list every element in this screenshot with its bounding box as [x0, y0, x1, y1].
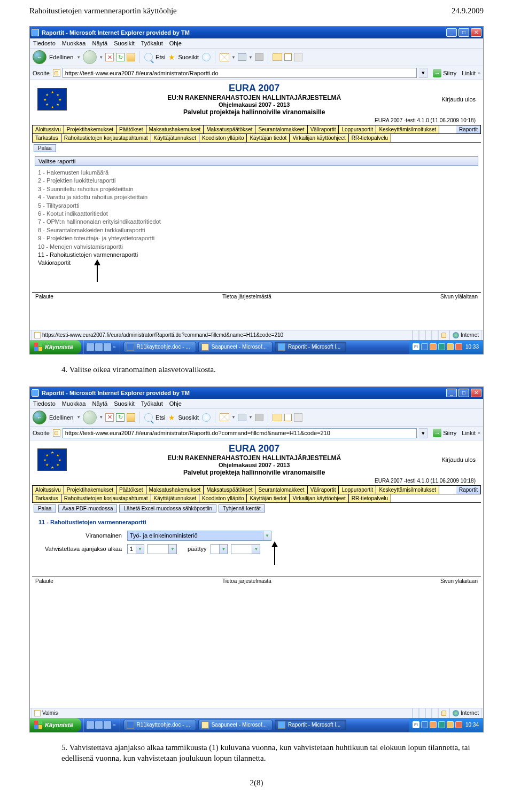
address-dropdown[interactable]: ▾ — [419, 68, 428, 78]
history-icon[interactable] — [202, 53, 211, 61]
tab[interactable]: Käyttäjän tiedot — [247, 134, 290, 142]
tab[interactable]: Seurantalomakkeet — [255, 125, 307, 133]
send-excel-button[interactable]: Lähetä Excel-muodossa sähköpostiin — [119, 504, 216, 513]
menu-item[interactable]: Suosikit — [114, 40, 135, 46]
list-item[interactable]: 8 - Seurantalomakkeiden tarkkailuraportt… — [38, 226, 478, 234]
tray-chevron-icon[interactable] — [421, 721, 428, 728]
footer-link[interactable]: Tietoa järjestelmästä — [222, 578, 271, 584]
tab[interactable]: Käyttäjätunnukset — [151, 134, 200, 142]
back-link[interactable]: Palaa — [34, 144, 56, 152]
address-input[interactable] — [63, 68, 417, 78]
taskbar-button-active[interactable]: Raportit - Microsoft I... — [275, 720, 346, 730]
favorites-icon[interactable]: ★ — [168, 414, 175, 421]
edit-icon[interactable] — [255, 414, 263, 421]
address-dropdown[interactable]: ▾ — [419, 428, 428, 438]
search-icon[interactable] — [144, 413, 153, 422]
tab[interactable]: Rahoitustietojen korjaustapahtumat — [61, 494, 151, 502]
forward-dropdown[interactable]: ▼ — [99, 415, 103, 420]
notes-icon[interactable] — [284, 53, 292, 61]
quicklaunch-icon[interactable] — [86, 343, 95, 351]
quicklaunch-icon[interactable] — [86, 721, 95, 729]
back-button[interactable]: ← — [33, 411, 46, 424]
links-label[interactable]: Linkit — [462, 70, 476, 76]
taskbar-button[interactable]: R11kayttoohje.doc - ... — [123, 720, 196, 730]
tray-icon[interactable] — [438, 343, 445, 350]
list-item[interactable]: 2 - Projektien luokitteluraportti — [38, 177, 478, 185]
back-dropdown[interactable]: ▼ — [76, 55, 81, 60]
taskbar-button[interactable]: Saapuneet - Microsof... — [198, 720, 273, 730]
mail-icon[interactable] — [220, 53, 229, 61]
list-item[interactable]: 7 - OPM:n hallinnonalan erityisindikaatt… — [38, 218, 478, 226]
tab[interactable]: Käyttäjätunnukset — [151, 494, 200, 502]
tab[interactable]: Rahoitustietojen korjaustapahtumat — [61, 134, 151, 142]
go-icon[interactable]: → — [433, 69, 441, 77]
open-pdf-button[interactable]: Avaa PDF-muodossa — [58, 504, 118, 513]
menu-item[interactable]: Ohje — [169, 40, 182, 46]
back-dropdown[interactable]: ▼ — [76, 415, 81, 420]
tab[interactable]: RR-tietopalvelu — [349, 494, 391, 502]
vakio-link[interactable]: Vakioraportit — [38, 259, 478, 267]
menu-item[interactable]: Näytä — [92, 400, 107, 407]
close-button[interactable]: ✕ — [471, 389, 481, 397]
forward-button[interactable]: → — [83, 50, 97, 64]
tab[interactable]: Keskeyttämisilmoitukset — [376, 486, 439, 494]
tab[interactable]: Maksatuspäätökset — [204, 125, 255, 133]
taskbar-button-active[interactable]: Raportit - Microsoft I... — [275, 342, 346, 352]
address-input[interactable] — [63, 428, 417, 438]
list-item[interactable]: 6 - Kootut indikaattoritiedot — [38, 210, 478, 218]
tab[interactable]: Virkailijan käyttöohjeet — [290, 494, 348, 502]
clear-fields-button[interactable]: Tyhjennä kentät — [219, 504, 265, 513]
search-label[interactable]: Etsi — [156, 414, 165, 421]
month-begin-select[interactable]: 1 ▼ — [127, 544, 144, 554]
menu-item[interactable]: Työkalut — [141, 40, 163, 46]
maximize-button[interactable]: □ — [458, 389, 469, 397]
tab[interactable]: Maksatuspäätökset — [204, 486, 255, 494]
folder-icon[interactable] — [273, 53, 282, 61]
favorites-icon[interactable]: ★ — [168, 53, 175, 61]
mail-dropdown[interactable]: ▼ — [231, 55, 236, 60]
tab[interactable]: Väliraportit — [308, 486, 339, 494]
print-icon[interactable] — [238, 53, 246, 61]
list-item-current[interactable]: 11 - Rahoitustietojen varmenneraportti — [38, 251, 478, 259]
search-icon[interactable] — [144, 53, 153, 61]
forward-dropdown[interactable]: ▼ — [99, 55, 103, 60]
year-begin-select[interactable]: ▼ — [147, 544, 177, 554]
notes-icon[interactable] — [284, 414, 292, 421]
list-item[interactable]: 4 - Varattu ja sidottu rahoitus projekte… — [38, 193, 478, 201]
tab[interactable]: Projektihakemukset — [64, 486, 116, 494]
tray-icon[interactable] — [447, 721, 454, 728]
print-dropdown[interactable]: ▼ — [248, 55, 253, 60]
menu-item[interactable]: Muokkaa — [62, 400, 86, 407]
mail-icon[interactable] — [220, 413, 229, 421]
list-item[interactable]: 9 - Projektien toteuttaja- ja yhteystiet… — [38, 234, 478, 242]
stop-icon[interactable]: ✕ — [105, 413, 114, 422]
favorites-label[interactable]: Suosikit — [178, 54, 199, 60]
tab[interactable]: Virkailijan käyttöohjeet — [290, 134, 348, 142]
close-button[interactable]: ✕ — [471, 28, 481, 37]
back-button[interactable]: ← — [33, 50, 46, 64]
print-dropdown[interactable]: ▼ — [248, 415, 253, 420]
tab-active[interactable]: Raportit — [456, 486, 481, 494]
tab[interactable]: Päätökset — [116, 125, 146, 133]
home-icon[interactable] — [127, 413, 135, 422]
tab[interactable]: Tarkastus — [32, 494, 61, 502]
tab[interactable]: Maksatushakemukset — [146, 125, 204, 133]
favorites-label[interactable]: Suosikit — [178, 414, 199, 421]
back-link[interactable]: Palaa — [34, 504, 56, 513]
taskbar-button[interactable]: R11kayttoohje.doc - ... — [123, 342, 196, 352]
tab[interactable]: Tarkastus — [32, 134, 61, 142]
clock[interactable]: 10:34 — [465, 722, 479, 728]
tab[interactable]: Loppuraportit — [339, 486, 376, 494]
menu-item[interactable]: Muokkaa — [62, 40, 86, 46]
tab[interactable]: Päätökset — [116, 486, 146, 494]
menu-item[interactable]: Tiedosto — [33, 400, 56, 407]
misc-icon[interactable] — [294, 53, 302, 61]
quicklaunch-icon[interactable] — [103, 343, 112, 351]
mail-dropdown[interactable]: ▼ — [231, 415, 236, 420]
list-item[interactable]: 5 - Tilitysraportti — [38, 202, 478, 210]
refresh-icon[interactable]: ↻ — [116, 413, 125, 422]
go-label[interactable]: Siirry — [443, 70, 456, 76]
go-icon[interactable]: → — [433, 429, 441, 437]
tab[interactable]: Maksatushakemukset — [146, 486, 204, 494]
menu-item[interactable]: Tiedosto — [33, 40, 56, 46]
